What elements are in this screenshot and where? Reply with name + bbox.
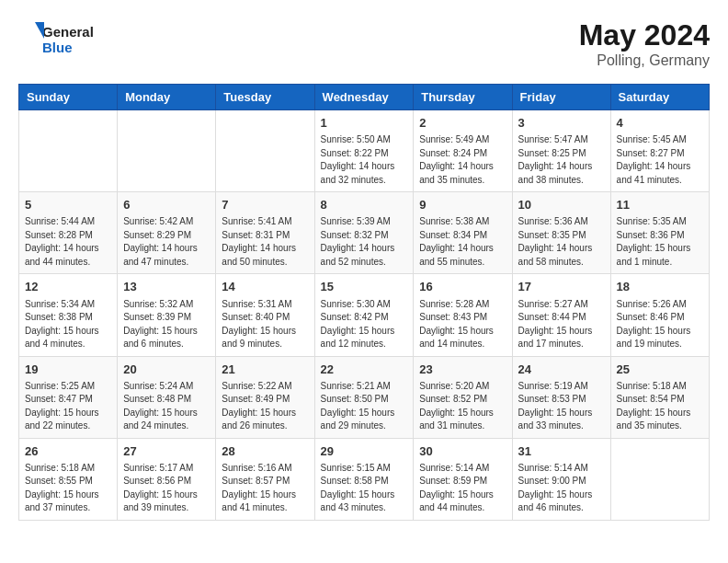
calendar-cell: 11Sunrise: 5:35 AM Sunset: 8:36 PM Dayli… <box>610 192 709 274</box>
calendar-cell: 6Sunrise: 5:42 AM Sunset: 8:29 PM Daylig… <box>118 192 216 274</box>
weekday-header-friday: Friday <box>512 85 610 110</box>
day-number: 17 <box>518 279 605 295</box>
calendar-cell: 4Sunrise: 5:45 AM Sunset: 8:27 PM Daylig… <box>610 110 709 192</box>
day-info: Sunrise: 5:19 AM Sunset: 8:53 PM Dayligh… <box>518 380 605 433</box>
day-number: 7 <box>222 197 308 213</box>
day-info: Sunrise: 5:50 AM Sunset: 8:22 PM Dayligh… <box>321 133 408 187</box>
svg-text:General: General <box>42 24 94 40</box>
calendar-cell: 22Sunrise: 5:21 AM Sunset: 8:50 PM Dayli… <box>314 356 414 438</box>
day-info: Sunrise: 5:45 AM Sunset: 8:27 PM Dayligh… <box>617 133 703 187</box>
calendar-cell: 15Sunrise: 5:30 AM Sunset: 8:42 PM Dayli… <box>314 274 414 356</box>
day-number: 23 <box>419 362 506 378</box>
day-info: Sunrise: 5:47 AM Sunset: 8:25 PM Dayligh… <box>518 133 605 187</box>
day-info: Sunrise: 5:22 AM Sunset: 8:49 PM Dayligh… <box>222 380 308 433</box>
calendar-cell <box>19 110 118 192</box>
day-number: 5 <box>25 197 111 213</box>
calendar-cell: 25Sunrise: 5:18 AM Sunset: 8:54 PM Dayli… <box>610 356 709 438</box>
calendar-cell: 24Sunrise: 5:19 AM Sunset: 8:53 PM Dayli… <box>512 356 610 438</box>
day-info: Sunrise: 5:16 AM Sunset: 8:57 PM Dayligh… <box>222 462 308 515</box>
day-info: Sunrise: 5:17 AM Sunset: 8:56 PM Dayligh… <box>123 462 210 515</box>
calendar-cell: 12Sunrise: 5:34 AM Sunset: 8:38 PM Dayli… <box>19 274 118 356</box>
day-info: Sunrise: 5:28 AM Sunset: 8:43 PM Dayligh… <box>419 298 506 351</box>
calendar-cell: 7Sunrise: 5:41 AM Sunset: 8:31 PM Daylig… <box>216 192 314 274</box>
calendar-cell: 17Sunrise: 5:27 AM Sunset: 8:44 PM Dayli… <box>512 274 610 356</box>
calendar-cell: 2Sunrise: 5:49 AM Sunset: 8:24 PM Daylig… <box>414 110 512 192</box>
day-info: Sunrise: 5:27 AM Sunset: 8:44 PM Dayligh… <box>518 298 605 351</box>
day-info: Sunrise: 5:41 AM Sunset: 8:31 PM Dayligh… <box>222 215 308 269</box>
day-number: 18 <box>617 279 703 295</box>
calendar-cell: 30Sunrise: 5:14 AM Sunset: 8:59 PM Dayli… <box>414 438 512 520</box>
day-info: Sunrise: 5:49 AM Sunset: 8:24 PM Dayligh… <box>419 133 506 187</box>
day-number: 24 <box>518 362 605 378</box>
day-number: 19 <box>25 362 111 378</box>
calendar-cell: 10Sunrise: 5:36 AM Sunset: 8:35 PM Dayli… <box>512 192 610 274</box>
weekday-header-saturday: Saturday <box>610 85 709 110</box>
calendar-cell: 20Sunrise: 5:24 AM Sunset: 8:48 PM Dayli… <box>118 356 216 438</box>
logo-block: General Blue <box>18 18 101 60</box>
logo-svg: General Blue <box>18 18 101 60</box>
calendar-cell: 23Sunrise: 5:20 AM Sunset: 8:52 PM Dayli… <box>414 356 512 438</box>
weekday-header-tuesday: Tuesday <box>216 85 314 110</box>
weekday-header-wednesday: Wednesday <box>314 85 414 110</box>
calendar-week-row: 26Sunrise: 5:18 AM Sunset: 8:55 PM Dayli… <box>19 438 710 520</box>
day-number: 1 <box>321 115 408 132</box>
day-number: 30 <box>419 443 506 460</box>
day-info: Sunrise: 5:20 AM Sunset: 8:52 PM Dayligh… <box>419 380 506 433</box>
day-info: Sunrise: 5:34 AM Sunset: 8:38 PM Dayligh… <box>25 298 111 351</box>
calendar-cell: 14Sunrise: 5:31 AM Sunset: 8:40 PM Dayli… <box>216 274 314 356</box>
day-info: Sunrise: 5:42 AM Sunset: 8:29 PM Dayligh… <box>123 215 210 269</box>
day-number: 26 <box>25 443 111 460</box>
day-info: Sunrise: 5:32 AM Sunset: 8:39 PM Dayligh… <box>123 298 210 351</box>
calendar-cell: 21Sunrise: 5:22 AM Sunset: 8:49 PM Dayli… <box>216 356 314 438</box>
day-info: Sunrise: 5:25 AM Sunset: 8:47 PM Dayligh… <box>25 380 111 433</box>
calendar-cell <box>118 110 216 192</box>
calendar-cell: 29Sunrise: 5:15 AM Sunset: 8:58 PM Dayli… <box>314 438 414 520</box>
day-number: 4 <box>617 115 703 132</box>
calendar-table: SundayMondayTuesdayWednesdayThursdayFrid… <box>18 84 710 521</box>
day-number: 29 <box>321 443 408 460</box>
calendar-cell: 13Sunrise: 5:32 AM Sunset: 8:39 PM Dayli… <box>118 274 216 356</box>
calendar-cell: 27Sunrise: 5:17 AM Sunset: 8:56 PM Dayli… <box>118 438 216 520</box>
svg-marker-2 <box>35 22 44 39</box>
day-info: Sunrise: 5:44 AM Sunset: 8:28 PM Dayligh… <box>25 215 111 269</box>
day-number: 28 <box>222 443 308 460</box>
day-number: 2 <box>419 115 506 132</box>
day-info: Sunrise: 5:18 AM Sunset: 8:55 PM Dayligh… <box>25 462 111 515</box>
calendar-cell: 28Sunrise: 5:16 AM Sunset: 8:57 PM Dayli… <box>216 438 314 520</box>
day-info: Sunrise: 5:15 AM Sunset: 8:58 PM Dayligh… <box>321 462 408 515</box>
calendar-week-row: 5Sunrise: 5:44 AM Sunset: 8:28 PM Daylig… <box>19 192 710 274</box>
day-info: Sunrise: 5:38 AM Sunset: 8:34 PM Dayligh… <box>419 215 506 269</box>
day-info: Sunrise: 5:30 AM Sunset: 8:42 PM Dayligh… <box>321 298 408 351</box>
weekday-header-thursday: Thursday <box>414 85 512 110</box>
calendar-cell <box>610 438 709 520</box>
day-info: Sunrise: 5:21 AM Sunset: 8:50 PM Dayligh… <box>321 380 408 433</box>
day-number: 12 <box>25 279 111 295</box>
day-info: Sunrise: 5:35 AM Sunset: 8:36 PM Dayligh… <box>617 215 703 269</box>
day-number: 21 <box>222 362 308 378</box>
day-info: Sunrise: 5:14 AM Sunset: 9:00 PM Dayligh… <box>518 462 605 515</box>
calendar-cell: 19Sunrise: 5:25 AM Sunset: 8:47 PM Dayli… <box>19 356 118 438</box>
calendar-cell: 16Sunrise: 5:28 AM Sunset: 8:43 PM Dayli… <box>414 274 512 356</box>
page-header: General Blue May 2024 Polling, Germany <box>18 18 710 69</box>
day-info: Sunrise: 5:14 AM Sunset: 8:59 PM Dayligh… <box>419 462 506 515</box>
calendar-week-row: 1Sunrise: 5:50 AM Sunset: 8:22 PM Daylig… <box>19 110 710 192</box>
day-number: 15 <box>321 279 408 295</box>
calendar-week-row: 12Sunrise: 5:34 AM Sunset: 8:38 PM Dayli… <box>19 274 710 356</box>
calendar-cell: 18Sunrise: 5:26 AM Sunset: 8:46 PM Dayli… <box>610 274 709 356</box>
day-number: 22 <box>321 362 408 378</box>
weekday-header-sunday: Sunday <box>19 85 118 110</box>
calendar-cell: 5Sunrise: 5:44 AM Sunset: 8:28 PM Daylig… <box>19 192 118 274</box>
day-info: Sunrise: 5:39 AM Sunset: 8:32 PM Dayligh… <box>321 215 408 269</box>
month-year-title: May 2024 <box>579 18 710 52</box>
day-info: Sunrise: 5:24 AM Sunset: 8:48 PM Dayligh… <box>123 380 210 433</box>
title-area: May 2024 Polling, Germany <box>579 18 710 69</box>
day-number: 31 <box>518 443 605 460</box>
day-info: Sunrise: 5:18 AM Sunset: 8:54 PM Dayligh… <box>617 380 703 433</box>
day-number: 27 <box>123 443 210 460</box>
day-number: 13 <box>123 279 210 295</box>
day-number: 9 <box>419 197 506 213</box>
day-info: Sunrise: 5:31 AM Sunset: 8:40 PM Dayligh… <box>222 298 308 351</box>
day-number: 25 <box>617 362 703 378</box>
svg-text:Blue: Blue <box>42 40 73 55</box>
calendar-cell: 26Sunrise: 5:18 AM Sunset: 8:55 PM Dayli… <box>19 438 118 520</box>
